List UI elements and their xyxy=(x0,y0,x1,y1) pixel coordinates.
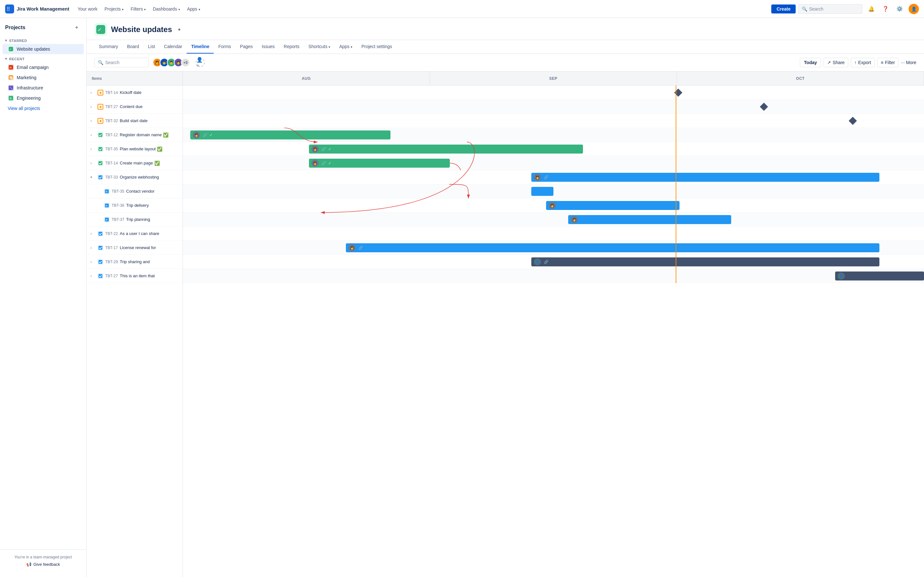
bar-item-last[interactable]: 👤 xyxy=(835,271,924,280)
link-icon[interactable]: 🔗 xyxy=(544,175,549,179)
user-avatar[interactable] xyxy=(909,4,919,14)
notifications-button[interactable]: 🔔 xyxy=(866,4,877,14)
view-all-projects-link[interactable]: View all projects xyxy=(0,103,86,113)
help-button[interactable]: ❓ xyxy=(880,4,891,14)
nav-your-work[interactable]: Your work xyxy=(74,5,101,13)
link-icon[interactable]: 🔗 xyxy=(359,245,363,250)
expand-icon[interactable] xyxy=(90,119,95,123)
expand-icon[interactable] xyxy=(90,175,95,179)
global-search[interactable]: 🔍 Search xyxy=(798,4,863,14)
expand-icon[interactable] xyxy=(90,259,95,264)
item-row-tbt-14-main[interactable]: TBT-14 Create main page ✅ xyxy=(87,156,183,170)
expand-icon[interactable] xyxy=(90,147,95,151)
expand-icon[interactable] xyxy=(90,161,95,165)
bar-plan[interactable]: 👩 🔗 ✓ xyxy=(309,145,583,153)
milestone-icon: ◆ xyxy=(97,104,103,110)
add-project-button[interactable]: + xyxy=(72,23,81,32)
item-row-tbt-12[interactable]: TBT-12 Register domain name ✅ xyxy=(87,128,183,142)
item-name: This is an item that xyxy=(120,274,155,278)
bar-webhosting[interactable]: 👩 🔗 xyxy=(531,173,880,182)
export-button[interactable]: ↑ Export xyxy=(851,58,875,67)
link-icon[interactable]: 🔗 xyxy=(544,259,549,264)
item-name: Trip planning xyxy=(126,217,150,222)
item-row-tbt-33[interactable]: TBT-33 Organize webhosting xyxy=(87,170,183,184)
link-icon[interactable]: 🔗 xyxy=(321,161,326,165)
bar-create-main[interactable]: 👩 🔗 ✓ xyxy=(309,159,450,168)
sidebar-item-engineering[interactable]: ⚙ Engineering xyxy=(3,93,84,103)
tab-shortcuts[interactable]: Shortcuts xyxy=(304,40,334,53)
expand-icon[interactable] xyxy=(90,105,95,109)
bar-register[interactable]: 👩 🔗 ✓ xyxy=(190,131,391,139)
item-row-tbt-35-plan[interactable]: TBT-35 Plan website layout ✅ xyxy=(87,142,183,156)
more-button[interactable]: ··· More xyxy=(901,60,916,65)
bar-contact[interactable] xyxy=(531,187,553,196)
nav-apps[interactable]: Apps xyxy=(184,5,204,13)
tab-forms[interactable]: Forms xyxy=(214,40,236,53)
tab-reports[interactable]: Reports xyxy=(279,40,304,53)
tab-board[interactable]: Board xyxy=(123,40,144,53)
item-row-tbt-27-content[interactable]: ◆ TBT-27 Content due xyxy=(87,100,183,114)
recent-section-label[interactable]: ▾ RECENT xyxy=(0,54,86,62)
check-icon[interactable]: ✓ xyxy=(210,133,213,137)
filter-button[interactable]: ≡ Filter xyxy=(877,58,898,67)
item-row-tbt-22[interactable]: TBT-22 As a user I can share xyxy=(87,227,183,241)
timeline-search[interactable]: 🔍 Search xyxy=(94,58,149,67)
starred-section-label[interactable]: ▾ STARRED xyxy=(0,36,86,44)
gantt-row-create-main: 👩 🔗 ✓ xyxy=(183,156,924,170)
gantt-row-item-last: 👤 xyxy=(183,269,924,283)
tab-summary[interactable]: Summary xyxy=(94,40,123,53)
bar-trip-sharing[interactable]: 👤 🔗 xyxy=(531,258,880,266)
bar-license[interactable]: 👩 🔗 xyxy=(346,243,879,252)
today-button[interactable]: Today xyxy=(800,58,821,67)
sidebar-item-label-email-campaign: Email campaign xyxy=(17,65,49,70)
share-button[interactable]: ↗ Share xyxy=(824,58,848,67)
tab-timeline[interactable]: Timeline xyxy=(187,40,214,53)
avatar-more[interactable]: +3 xyxy=(181,58,190,67)
search-icon: 🔍 xyxy=(98,60,103,65)
settings-button[interactable]: ⚙️ xyxy=(895,4,905,14)
sidebar-item-marketing[interactable]: 📈 Marketing xyxy=(3,73,84,83)
sidebar-item-website-updates[interactable]: ✓ Website updates xyxy=(3,44,84,54)
tab-list[interactable]: List xyxy=(144,40,160,53)
create-button[interactable]: Create xyxy=(771,5,796,13)
month-sep: SEP xyxy=(430,71,677,85)
check-icon[interactable]: ✓ xyxy=(328,161,331,165)
bar-avatar: 👩 xyxy=(571,216,578,223)
expand-icon[interactable] xyxy=(90,133,95,137)
bar-trip-planning[interactable]: 👩 xyxy=(568,215,731,224)
check-icon[interactable]: ✓ xyxy=(328,147,331,151)
item-row-tbt-29[interactable]: TBT-29 Trip sharing and xyxy=(87,255,183,269)
invite-member-button[interactable]: 👤+ xyxy=(196,58,205,67)
item-row-tbt-17[interactable]: TBT-17 License renewal for xyxy=(87,241,183,255)
nav-dashboards[interactable]: Dashboards xyxy=(150,5,183,13)
tab-issues[interactable]: Issues xyxy=(257,40,279,53)
item-row-tbt-36[interactable]: ⊞ TBT-36 Trip delivery xyxy=(87,198,183,213)
nav-projects[interactable]: Projects xyxy=(102,5,127,13)
tab-pages[interactable]: Pages xyxy=(236,40,257,53)
nav-filters[interactable]: Filters xyxy=(128,5,149,13)
svg-text:⠿: ⠿ xyxy=(6,6,10,12)
expand-icon[interactable] xyxy=(90,90,95,95)
sidebar-item-infrastructure[interactable]: 🔧 Infrastructure xyxy=(3,83,84,93)
item-row-tbt-35-contact[interactable]: ⊞ TBT-35 Contact vendor xyxy=(87,184,183,198)
tab-apps[interactable]: Apps xyxy=(334,40,357,53)
bar-trip-delivery[interactable]: 👩 xyxy=(546,201,680,210)
star-project-button[interactable]: ✦ xyxy=(177,27,181,33)
tab-project-settings[interactable]: Project settings xyxy=(357,40,397,53)
subtask-icon: ⊞ xyxy=(104,203,110,208)
app-logo[interactable]: ⠿ Jira Work Management xyxy=(5,5,69,13)
item-row-tbt-14-kickoff[interactable]: ◆ TBT-14 Kickoff date xyxy=(87,85,183,100)
sidebar-item-email-campaign[interactable]: ✉ Email campaign xyxy=(3,62,84,73)
item-row-tbt-32[interactable]: ◆ TBT-32 Build start date xyxy=(87,114,183,128)
item-id: TBT-17 xyxy=(105,245,118,250)
item-row-tbt-27-last[interactable]: TBT-27 This is an item that xyxy=(87,269,183,283)
expand-icon[interactable] xyxy=(90,274,95,278)
tab-calendar[interactable]: Calendar xyxy=(160,40,187,53)
item-row-tbt-37[interactable]: ⊞ TBT-37 Trip planning xyxy=(87,213,183,227)
milestone-diamond xyxy=(760,103,768,111)
link-icon[interactable]: 🔗 xyxy=(203,133,208,137)
expand-icon[interactable] xyxy=(90,245,95,250)
expand-icon[interactable] xyxy=(90,231,95,236)
link-icon[interactable]: 🔗 xyxy=(321,147,326,151)
feedback-button[interactable]: 📢 Give feedback xyxy=(5,562,81,567)
